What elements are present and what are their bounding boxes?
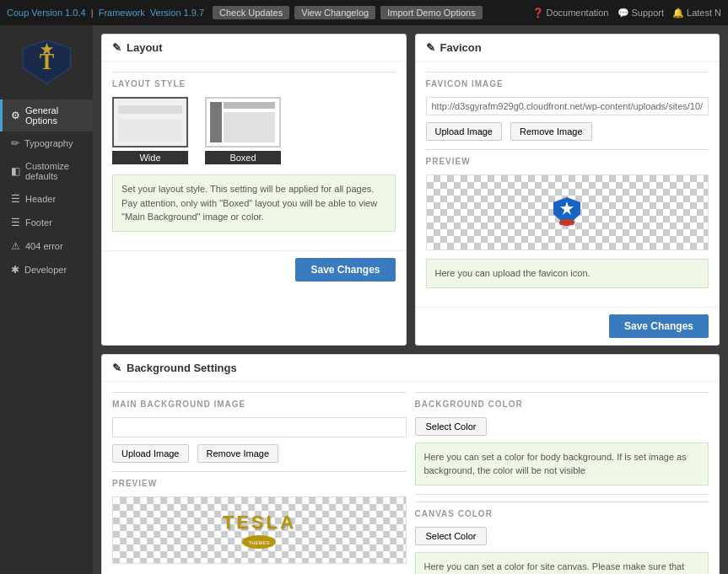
- layout-wide-option[interactable]: Wide: [112, 97, 188, 164]
- canvas-color-info-box: Here you can set a color for site canvas…: [415, 552, 709, 575]
- footer-icon: ☰: [11, 217, 20, 228]
- favicon-panel: ✎ Favicon FAVICON IMAGE Upload Image Rem…: [415, 34, 720, 346]
- background-panel-body: MAIN BACKGROUND IMAGE Upload Image Remov…: [102, 382, 719, 575]
- latest-link[interactable]: 🔔 Latest N: [672, 8, 721, 19]
- layout-boxed-box[interactable]: [205, 97, 281, 148]
- layout-save-button[interactable]: Save Changes: [295, 258, 395, 282]
- view-changelog-button[interactable]: View Changelog: [294, 6, 375, 19]
- sidebar-item-header[interactable]: ☰ Header: [0, 187, 93, 211]
- favicon-url-input[interactable]: [426, 97, 709, 115]
- topbar: Coup Version 1.0.4 | Framework Version 1…: [0, 0, 728, 25]
- svg-point-9: [569, 220, 574, 225]
- developer-icon: ✱: [11, 264, 19, 276]
- bg-preview-box: TESLA THEMES: [112, 496, 407, 564]
- layout-panel-footer: Save Changes: [102, 250, 406, 288]
- bg-right-section: BACKGROUND COLOR Select Color Here you c…: [415, 392, 709, 575]
- sidebar-item-customize-defaults[interactable]: ◧ Customize defaults: [0, 155, 93, 187]
- sidebar-item-general-options[interactable]: ⚙ General Options: [0, 99, 93, 131]
- background-panel-title: ✎ Background Settings: [102, 355, 719, 382]
- layout-panel-title: ✎ Layout: [102, 35, 406, 62]
- favicon-btn-group: Upload Image Remove Image: [426, 122, 709, 141]
- svg-point-8: [559, 220, 564, 225]
- header-icon: ☰: [11, 193, 20, 205]
- bg-preview-label: PREVIEW: [112, 471, 407, 488]
- bg-color-label: BACKGROUND COLOR: [415, 392, 709, 409]
- page-wrapper: T TESLA THEMES ⚙ General Options ✏ Typog…: [0, 25, 728, 574]
- support-link[interactable]: 💬 Support: [617, 8, 665, 19]
- documentation-link[interactable]: ❓ Documentation: [532, 8, 609, 19]
- divider: [415, 494, 709, 495]
- favicon-title-icon: ✎: [426, 41, 435, 54]
- gear-icon: ⚙: [11, 110, 20, 121]
- typography-icon: ✏: [11, 137, 19, 149]
- sidebar-item-developer[interactable]: ✱ Developer: [0, 258, 93, 282]
- error-icon: ⚠: [11, 240, 20, 252]
- background-panel: ✎ Background Settings MAIN BACKGROUND IM…: [101, 354, 720, 575]
- import-demo-button[interactable]: Import Demo Options: [380, 6, 483, 19]
- main-bg-image-input[interactable]: [112, 417, 407, 437]
- brand-text: Coup Version 1.0.4 | Framework Version 1…: [7, 8, 204, 18]
- tesla-logo-text: TESLA: [223, 512, 296, 534]
- svg-text:T: T: [39, 50, 54, 74]
- sidebar-item-typography[interactable]: ✏ Typography: [0, 131, 93, 155]
- check-updates-button[interactable]: Check Updates: [213, 6, 289, 19]
- bg-color-select-button[interactable]: Select Color: [415, 417, 488, 436]
- layout-panel-body: LAYOUT STYLE Wide Boxed Se: [102, 62, 406, 250]
- bg-left-section: MAIN BACKGROUND IMAGE Upload Image Remov…: [112, 392, 407, 575]
- favicon-upload-button[interactable]: Upload Image: [426, 122, 503, 141]
- layout-wide-box[interactable]: [112, 97, 188, 148]
- sidebar-logo: T TESLA THEMES: [13, 32, 80, 91]
- bg-color-info-box: Here you can set a color for body backgr…: [415, 443, 709, 485]
- sidebar-menu: ⚙ General Options ✏ Typography ◧ Customi…: [0, 99, 93, 282]
- favicon-preview-label: PREVIEW: [426, 149, 709, 166]
- topbar-right: ❓ Documentation 💬 Support 🔔 Latest N: [532, 8, 722, 19]
- top-panels-row: ✎ Layout LAYOUT STYLE Wide: [101, 34, 720, 346]
- favicon-preview-image: [550, 196, 584, 229]
- favicon-panel-title: ✎ Favicon: [416, 35, 720, 62]
- layout-wide-label: Wide: [112, 151, 188, 164]
- favicon-section-label: FAVICON IMAGE: [426, 72, 709, 89]
- layout-boxed-label: Boxed: [205, 151, 281, 164]
- canvas-color-select-button[interactable]: Select Color: [415, 527, 488, 545]
- main-content: ✎ Layout LAYOUT STYLE Wide: [93, 25, 728, 574]
- layout-section-label: LAYOUT STYLE: [112, 72, 396, 89]
- sidebar-item-404-error[interactable]: ⚠ 404 error: [0, 234, 93, 258]
- favicon-save-button[interactable]: Save Changes: [609, 314, 709, 338]
- boxed-sidebar-indicator: [210, 102, 222, 142]
- tesla-logo-badge: THEMES: [242, 535, 276, 549]
- question-icon: ❓: [532, 8, 544, 19]
- tesla-logo-preview: TESLA THEMES: [223, 512, 296, 549]
- layout-info-box: Set your layout style. This setting will…: [112, 174, 396, 232]
- main-bg-label: MAIN BACKGROUND IMAGE: [112, 392, 407, 409]
- svg-text:TESLA: TESLA: [32, 87, 61, 89]
- customize-icon: ◧: [11, 165, 20, 177]
- layout-boxed-option[interactable]: Boxed: [205, 97, 281, 164]
- support-icon: 💬: [617, 8, 629, 19]
- favicon-panel-body: FAVICON IMAGE Upload Image Remove Image …: [416, 62, 720, 307]
- bg-btn-group: Upload Image Remove Image: [112, 444, 407, 463]
- svg-text:THEMES: THEMES: [249, 540, 270, 545]
- bg-title-icon: ✎: [112, 362, 121, 374]
- layout-options: Wide Boxed: [112, 97, 396, 164]
- sidebar: T TESLA THEMES ⚙ General Options ✏ Typog…: [0, 25, 93, 574]
- latest-icon: 🔔: [672, 8, 684, 19]
- bg-upload-button[interactable]: Upload Image: [112, 444, 189, 463]
- favicon-panel-footer: Save Changes: [416, 307, 720, 345]
- canvas-color-label: CANVAS COLOR: [415, 502, 709, 518]
- favicon-remove-button[interactable]: Remove Image: [510, 122, 592, 141]
- layout-panel: ✎ Layout LAYOUT STYLE Wide: [101, 34, 407, 346]
- favicon-info-box: Here you can upload the favicon icon.: [426, 259, 709, 288]
- bg-remove-button[interactable]: Remove Image: [197, 444, 279, 463]
- favicon-preview-box: [426, 174, 709, 250]
- sidebar-item-footer[interactable]: ☰ Footer: [0, 211, 93, 234]
- layout-title-icon: ✎: [112, 41, 121, 54]
